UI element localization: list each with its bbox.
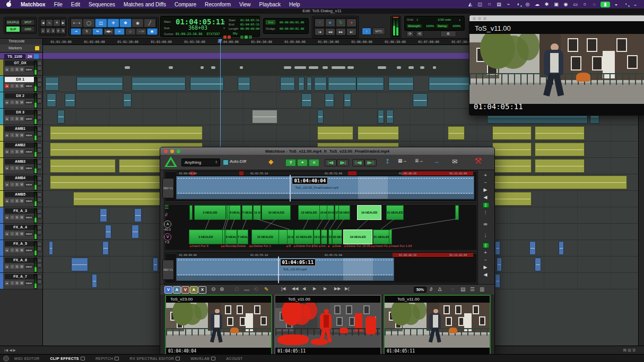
output-window-button[interactable] (37, 176, 42, 181)
zoom-preset-4[interactable]: 4 (56, 28, 61, 34)
record-arm-button[interactable]: ● (5, 166, 9, 170)
matchbox-titlebar[interactable]: Matchbox - ToS_v11.00.mp4_fr_ToS_v23.00_… (160, 147, 494, 155)
audio-clip[interactable] (535, 159, 585, 173)
track-header-amb4[interactable]: AMB4●ISMwaveread (0, 174, 42, 191)
rail2-play[interactable]: ▶ (480, 264, 491, 271)
solo-button[interactable]: S (15, 199, 19, 203)
audio-clip[interactable] (328, 77, 356, 91)
track-name[interactable]: TS_1100 (4, 54, 25, 59)
diff-marker[interactable]: ◆ (328, 244, 330, 248)
healed-segment-6[interactable]: 6 HEALE (229, 205, 241, 220)
audio-clip[interactable] (448, 126, 465, 140)
nav-arrow-3[interactable]: ▶ (313, 286, 316, 291)
audio-clip[interactable] (132, 77, 186, 91)
tool-bottom-4[interactable]: ∞ (114, 28, 125, 35)
audio-clip[interactable] (49, 241, 53, 255)
audio-clip[interactable] (495, 241, 500, 255)
mute-button[interactable]: M (20, 100, 24, 104)
mute-button[interactable]: M (20, 67, 24, 72)
track-name[interactable]: DX 3 (5, 110, 36, 115)
diff-marker[interactable]: ◆R (286, 244, 291, 248)
statusbar-wavelab[interactable]: WAVELAB (185, 357, 221, 360)
healed-segment[interactable] (279, 229, 288, 244)
spread-icon[interactable]: ↔ (434, 158, 440, 164)
record-arm-button[interactable]: ● (5, 117, 9, 121)
record-arm-button[interactable]: ● (5, 215, 9, 219)
audio-clip[interactable] (301, 93, 312, 107)
track-header-fx_a_5[interactable]: FX_A_5●ISMwaveread (0, 240, 42, 257)
diff-marker[interactable]: ◆Delete For 20:05 (344, 244, 370, 248)
audio-clip[interactable] (252, 110, 277, 123)
record-arm-button[interactable]: ● (5, 67, 9, 72)
healed-segment-19[interactable]: 19 HEALED (343, 229, 372, 244)
menu-view[interactable]: View (235, 2, 255, 7)
audio-clip[interactable] (50, 126, 203, 140)
audio-clip[interactable] (492, 126, 532, 140)
audio-clip[interactable] (65, 93, 75, 107)
input-button[interactable]: I (10, 182, 14, 187)
track-name[interactable]: FX_A_7 (5, 274, 36, 279)
solo-button[interactable]: S (15, 182, 19, 187)
healed-segment-12[interactable]: 12 HEALED (298, 205, 320, 220)
healed-segment-15[interactable]: 15 HE (327, 205, 334, 220)
track-toggle-v2[interactable]: V (181, 286, 189, 294)
track-name[interactable]: FX_A_6 (5, 258, 36, 263)
zoom-in-icon[interactable]: ⊕ (220, 286, 224, 292)
track-view-selector[interactable]: wave (25, 84, 33, 88)
gear-button[interactable]: ⚙ (440, 31, 456, 37)
matchbox-window[interactable]: Matchbox - ToS_v11.00.mp4_fr_ToS_v23.00_… (160, 147, 495, 355)
menu-app-name[interactable]: Matchbox (16, 2, 50, 7)
audio-clip[interactable] (356, 77, 384, 91)
mute-button[interactable]: M (20, 232, 24, 236)
contrast-icon[interactable]: ◒ (613, 2, 620, 7)
output-window-button[interactable] (37, 94, 42, 99)
audio-clip[interactable] (344, 93, 351, 107)
inserts-button[interactable] (37, 230, 42, 235)
statusbar-rx-spectral-editor[interactable]: RX SPECTRAL EDITOR (124, 357, 185, 360)
video-gain-knob[interactable]: V (164, 233, 171, 241)
tool-bottom-7[interactable]: ▣ (147, 28, 158, 35)
solo-button[interactable]: S (15, 133, 19, 137)
diff-marker[interactable]: ◆◆Delete For 1 (249, 244, 271, 248)
inserts-button[interactable] (37, 246, 42, 251)
input-button[interactable]: I (10, 84, 14, 88)
record-arm-button[interactable]: ● (5, 84, 9, 88)
rail2-reverse[interactable]: ◀ (480, 271, 491, 278)
nav-arrow-2[interactable]: ◀ (302, 286, 306, 291)
healed-segment-15[interactable]: 15 HE (321, 229, 328, 244)
healed-segment-2[interactable]: 2 HEALED (194, 205, 226, 220)
tool-top-0[interactable]: ⇠⇢ (71, 19, 83, 28)
track-name[interactable]: FX_A_3 (5, 208, 36, 214)
track-view-selector[interactable]: wave (25, 232, 33, 236)
mute-button[interactable]: M (20, 166, 24, 170)
move-down-arrow[interactable]: ↓ (480, 231, 491, 238)
audio-clip[interactable] (492, 175, 627, 189)
track-view-selector[interactable]: wave (25, 215, 33, 219)
input-button[interactable]: I (10, 281, 14, 285)
rail2-zoom-out[interactable]: － (480, 257, 491, 263)
track-header-amb1[interactable]: AMB1●ISMwaveread (0, 125, 42, 142)
mute-button[interactable]: M (20, 182, 24, 187)
diff-marker[interactable]: ◆◆Insert Fo (371, 244, 388, 248)
mtc-button[interactable]: MTC (372, 28, 385, 35)
next-match-button[interactable]: ▮▶| (337, 159, 349, 166)
audio-clip[interactable] (317, 110, 324, 123)
loop-a-button[interactable]: ⟳ (406, 31, 414, 37)
audio-clip[interactable] (50, 159, 116, 173)
tool-top-2[interactable]: ◫ (95, 19, 107, 28)
video-window[interactable]: ToS_v11.00 01:04:05:11 (469, 15, 644, 116)
event-caret[interactable]: ▾ (459, 18, 460, 22)
track-toggle-a1[interactable]: A (173, 286, 181, 294)
audio-clip[interactable] (45, 77, 59, 91)
tool-bottom-0[interactable]: ⇥ (71, 28, 81, 35)
zoom-out-icon[interactable]: ⊖ (211, 286, 215, 292)
track-header-amb5[interactable]: AMB5●ISMwaveread (0, 191, 42, 207)
mute-button[interactable]: M (20, 199, 24, 203)
healed-segment-10[interactable]: 10 HEALED (262, 205, 291, 220)
password-icon[interactable]: ▣ (553, 2, 560, 7)
audio-clip[interactable] (358, 126, 399, 140)
mute-button[interactable]: M (20, 149, 24, 154)
grid-value[interactable]: 00:00:00:01.00 (280, 21, 304, 24)
metronome-button[interactable]: ♪ (362, 28, 371, 35)
track-name[interactable]: DX 1 (5, 77, 36, 82)
